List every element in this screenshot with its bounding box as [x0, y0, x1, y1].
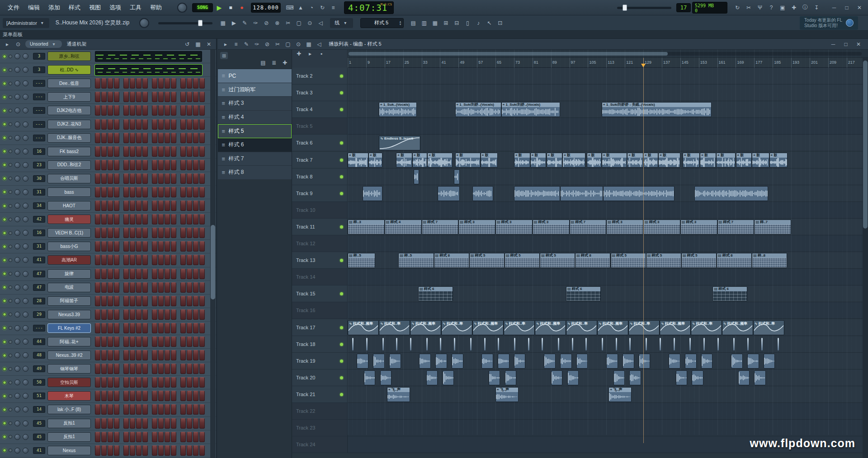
step-button[interactable]: [193, 309, 198, 320]
timeline-ruler[interactable]: 1917253341495765738189971051131211291371…: [348, 58, 868, 68]
clip-mark[interactable]: [558, 338, 559, 351]
track-lane[interactable]: [348, 185, 868, 202]
mic-icon[interactable]: Ψ: [755, 3, 765, 12]
step-button[interactable]: [180, 404, 186, 415]
pencil-icon[interactable]: ✎: [241, 40, 251, 49]
channel-button[interactable]: DDD..和弦2: [47, 160, 91, 170]
channel-rack-icon[interactable]: ▦: [430, 19, 440, 28]
pan-knob[interactable]: [14, 162, 20, 168]
step-button[interactable]: [123, 350, 129, 360]
clip-audio[interactable]: [694, 186, 769, 201]
clip-audio[interactable]: « 1_Suki刘舒舒 - 失眠..(Vocals): [602, 102, 712, 117]
clip-drum[interactable]: « 鼓: [736, 153, 752, 168]
delete-icon[interactable]: ⊘: [261, 19, 271, 28]
step-button[interactable]: [171, 323, 176, 333]
step-button[interactable]: [101, 92, 107, 102]
step-button[interactable]: [199, 282, 205, 293]
menu-item-3[interactable]: 样式: [65, 2, 85, 13]
menu-item-4[interactable]: 视图: [85, 2, 105, 13]
track-lane[interactable]: « 1_Suk..(Vocals)« 1_Suki刘舒..(Vocals)« 1…: [348, 101, 868, 118]
clip-audio[interactable]: [544, 354, 556, 369]
step-button[interactable]: [152, 146, 157, 157]
step-button[interactable]: [114, 241, 119, 252]
clip-auto[interactable]: ∿ 柱式和..频率: [722, 320, 753, 335]
step-button[interactable]: [114, 364, 119, 374]
mute-led[interactable]: [3, 272, 6, 276]
step-button[interactable]: [142, 309, 148, 320]
step-button[interactable]: [136, 214, 142, 224]
step-button[interactable]: [123, 78, 129, 89]
track-name[interactable]: Track 5: [292, 118, 348, 135]
step-button[interactable]: [142, 105, 148, 116]
step-button[interactable]: [114, 432, 119, 442]
step-button[interactable]: [142, 364, 148, 374]
track-name[interactable]: Track 7: [292, 152, 348, 168]
step-button[interactable]: [123, 187, 129, 197]
volume-knob[interactable]: [23, 448, 28, 453]
step-button[interactable]: [152, 119, 157, 130]
step-button[interactable]: [136, 336, 142, 347]
clip-pattern[interactable]: ▤ 样式 5: [611, 253, 646, 268]
step-button[interactable]: [165, 282, 170, 293]
step-button[interactable]: [95, 391, 100, 401]
volume-knob[interactable]: [23, 80, 28, 86]
step-button[interactable]: [130, 350, 135, 360]
track-lane[interactable]: ∿ 柱式和..频率∿ 柱式和..率∿ 柱式和..频率∿ 柱式和..率∿ 柱式和.…: [348, 319, 868, 336]
step-button[interactable]: [152, 282, 157, 293]
step-button[interactable]: [108, 309, 113, 320]
volume-knob[interactable]: [23, 434, 28, 440]
step-button[interactable]: [152, 418, 157, 429]
step-button[interactable]: [193, 201, 198, 211]
step-button[interactable]: [123, 418, 129, 429]
step-button[interactable]: [130, 92, 135, 102]
step-button[interactable]: [95, 269, 100, 279]
pattern-item[interactable]: ≣样式 4: [218, 111, 292, 125]
volume-knob[interactable]: [23, 162, 28, 168]
step-button[interactable]: [158, 377, 164, 388]
step-button[interactable]: [158, 364, 164, 374]
step-button[interactable]: [193, 160, 198, 170]
clip-mark[interactable]: [689, 338, 691, 351]
volume-knob[interactable]: [23, 216, 28, 222]
mute-led[interactable]: [3, 285, 6, 289]
step-button[interactable]: [180, 323, 186, 333]
maximize-button[interactable]: □: [841, 40, 851, 49]
channel-button[interactable]: FK bass2: [47, 147, 91, 156]
update-notification[interactable]: Today 有更新的 FL Studio 版本可用!: [800, 16, 858, 30]
clip-audio[interactable]: « 飞..声: [495, 387, 519, 402]
step-button[interactable]: [108, 78, 113, 89]
step-button[interactable]: [152, 173, 157, 184]
step-button[interactable]: [158, 228, 164, 238]
clip-drum[interactable]: « 鼓: [368, 153, 382, 168]
step-button[interactable]: [142, 133, 148, 143]
step-button[interactable]: [171, 445, 176, 456]
step-button[interactable]: [180, 173, 186, 184]
mute-led[interactable]: [3, 218, 6, 221]
step-button[interactable]: [180, 160, 186, 170]
clip-drum[interactable]: « 鼓: [455, 153, 481, 168]
track-name[interactable]: Track 9: [292, 185, 348, 202]
clip-auto[interactable]: ∿ 柱式和..率: [441, 320, 472, 335]
pan-knob[interactable]: [14, 243, 20, 249]
step-button[interactable]: [199, 432, 205, 442]
mute-led[interactable]: [3, 326, 6, 330]
clip-audio[interactable]: [380, 370, 392, 385]
mixer-icon[interactable]: ⊞: [441, 19, 451, 28]
plugin-picker-icon[interactable]: ♪: [473, 19, 483, 28]
volume-knob[interactable]: [23, 203, 28, 209]
step-button[interactable]: [158, 119, 164, 130]
mute-led[interactable]: [3, 381, 6, 384]
clip-audio[interactable]: [738, 370, 750, 385]
step-button[interactable]: [187, 78, 192, 89]
step-button[interactable]: [187, 364, 192, 374]
solo-led[interactable]: [9, 190, 12, 194]
step-button[interactable]: [142, 404, 148, 415]
step-button[interactable]: [136, 146, 142, 157]
clip-audio[interactable]: [629, 370, 641, 385]
clip-audio[interactable]: [613, 370, 625, 385]
undo-icon[interactable]: ↖: [484, 19, 494, 28]
pan-knob[interactable]: [14, 379, 20, 385]
step-button[interactable]: [152, 133, 157, 143]
step-button[interactable]: [180, 309, 186, 320]
step-button[interactable]: [130, 160, 135, 170]
